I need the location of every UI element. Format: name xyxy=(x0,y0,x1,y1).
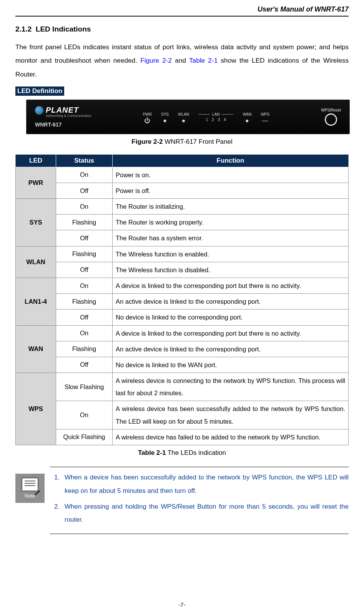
note-item: When pressing and holding the WPS/Reset … xyxy=(61,500,349,527)
th-led: LED xyxy=(16,154,56,167)
function-cell: A device is linked to the corresponding … xyxy=(113,325,349,341)
led-name-cell: WAN xyxy=(16,325,56,373)
status-cell: Quick Flashing xyxy=(56,429,113,445)
th-status: Status xyxy=(56,154,113,167)
led-indication-table: LED Status Function PWR On Power is on. … xyxy=(15,154,349,445)
function-cell: A wireless device is connecting to the n… xyxy=(113,373,349,401)
document-page: User's Manual of WNRT-617 2.1.2 LED Indi… xyxy=(0,0,364,614)
table-reference: Table 2-1 xyxy=(189,57,218,64)
table-row: Off The Router has a system error. xyxy=(16,230,349,246)
lan2-label: 2 xyxy=(212,118,214,122)
status-cell: On xyxy=(56,278,113,294)
panel-brand-block: PLANET Networking & Communication WNRT-6… xyxy=(35,106,91,128)
status-cell: Flashing xyxy=(56,215,113,230)
section-title: LED Indications xyxy=(36,25,91,33)
model-name: WNRT-617 xyxy=(35,121,91,128)
table-row: Flashing An active device is linked to t… xyxy=(16,341,349,357)
panel-pwr: PWR ⏻ xyxy=(143,112,152,124)
panel-wps-reset: WPS/Reset xyxy=(321,108,341,126)
brand-subtitle: Networking & Communication xyxy=(46,114,91,118)
status-cell: Flashing xyxy=(56,341,113,357)
function-cell: No device is linked to the WAN port. xyxy=(113,357,349,373)
wps-reset-label: WPS/Reset xyxy=(321,108,341,112)
status-cell: Off xyxy=(56,183,113,198)
globe-icon xyxy=(35,106,43,115)
function-cell: A device is linked to the corresponding … xyxy=(113,278,349,294)
function-cell: The Router is initializing. xyxy=(113,199,349,215)
panel-wps: WPS — xyxy=(261,112,269,124)
status-cell: On xyxy=(56,325,113,341)
table-row: Off No device is linked to the WAN port. xyxy=(16,357,349,373)
led-name-cell: WPS xyxy=(16,373,56,445)
panel-wlan: WLAN ● xyxy=(178,112,189,124)
status-cell: Off xyxy=(56,262,113,278)
table-caption: Table 2-1 The LEDs indication xyxy=(15,449,349,457)
table-caption-bold: Table 2-1 xyxy=(138,449,166,456)
table-row: SYS On The Router is initializing. xyxy=(16,199,349,215)
lan-label: LAN xyxy=(198,112,233,116)
table-row: WAN On A device is linked to the corresp… xyxy=(16,325,349,341)
dot-icon: ● xyxy=(182,118,186,124)
status-cell: Off xyxy=(56,357,113,373)
function-cell: A wireless device has been successfully … xyxy=(113,401,349,429)
intro-paragraph: The front panel LEDs indicates instant s… xyxy=(15,40,349,81)
header-divider xyxy=(15,16,349,17)
status-cell: Off xyxy=(56,230,113,246)
function-cell: A wireless device has failed to be added… xyxy=(113,429,349,445)
function-cell: Power is on. xyxy=(113,167,349,183)
led-name-cell: WLAN xyxy=(16,246,56,278)
table-caption-rest: The LEDs indication xyxy=(166,449,226,456)
notepad-icon xyxy=(22,478,38,491)
status-cell: On xyxy=(56,401,113,429)
status-cell: Off xyxy=(56,309,113,325)
table-row: On A wireless device has been successful… xyxy=(16,401,349,429)
note-icon: Note xyxy=(15,474,45,503)
table-row: WLAN Flashing The Wireless function is e… xyxy=(16,246,349,262)
th-function: Function xyxy=(113,154,349,167)
table-row: WPS Slow Flashing A wireless device is c… xyxy=(16,373,349,401)
power-icon: ⏻ xyxy=(144,118,150,124)
wlan-label: WLAN xyxy=(178,112,189,116)
function-cell: The Wireless function is disabled. xyxy=(113,262,349,278)
figure-reference: Figure 2-2 xyxy=(140,57,172,64)
function-cell: Power is off. xyxy=(113,183,349,198)
wan-label: WAN xyxy=(243,112,251,116)
table-row: Off Power is off. xyxy=(16,183,349,198)
function-cell: The Wireless function is enabled. xyxy=(113,246,349,262)
wps-label: WPS xyxy=(261,112,269,116)
section-heading: 2.1.2 LED Indications xyxy=(15,25,349,33)
pwr-label: PWR xyxy=(143,112,152,116)
function-cell: The Router is working properly. xyxy=(113,215,349,230)
note-block: Note When a device has been successfully… xyxy=(15,467,349,534)
status-cell: On xyxy=(56,167,113,183)
note-label: Note xyxy=(25,493,35,499)
table-row: LAN1-4 On A device is linked to the corr… xyxy=(16,278,349,294)
table-row: Flashing An active device is linked to t… xyxy=(16,294,349,309)
function-cell: An active device is linked to the corres… xyxy=(113,341,349,357)
table-row: Off No device is linked to the correspon… xyxy=(16,309,349,325)
table-row: Quick Flashing A wireless device has fai… xyxy=(16,429,349,445)
figure-caption-rest: WNRT-617 Front Panel xyxy=(163,138,233,145)
function-cell: The Router has a system error. xyxy=(113,230,349,246)
status-cell: Flashing xyxy=(56,246,113,262)
panel-led-row: PWR ⏻ SYS ● WLAN ● LAN 1 2 3 4 xyxy=(91,110,321,124)
status-cell: On xyxy=(56,199,113,215)
lan3-label: 3 xyxy=(218,118,220,122)
front-panel-figure: PLANET Networking & Communication WNRT-6… xyxy=(26,100,350,134)
running-header: User's Manual of WNRT-617 xyxy=(15,4,349,14)
led-name-cell: PWR xyxy=(16,167,56,198)
status-cell: Flashing xyxy=(56,294,113,309)
figure-caption: Figure 2-2 WNRT-617 Front Panel xyxy=(15,138,349,146)
panel-wan: WAN ● xyxy=(243,112,251,124)
dash-icon: — xyxy=(262,118,268,124)
function-cell: An active device is linked to the corres… xyxy=(113,294,349,309)
sys-label: SYS xyxy=(161,112,169,116)
panel-sys: SYS ● xyxy=(161,112,169,124)
brand-name: PLANET xyxy=(46,106,79,115)
lan1-label: 1 xyxy=(206,118,208,122)
lan4-label: 4 xyxy=(224,118,226,122)
note-item: When a device has been successfully adde… xyxy=(61,471,349,498)
planet-logo: PLANET xyxy=(35,106,91,115)
dot-icon: ● xyxy=(163,118,167,124)
led-definition-label: LED Definition xyxy=(15,87,64,96)
